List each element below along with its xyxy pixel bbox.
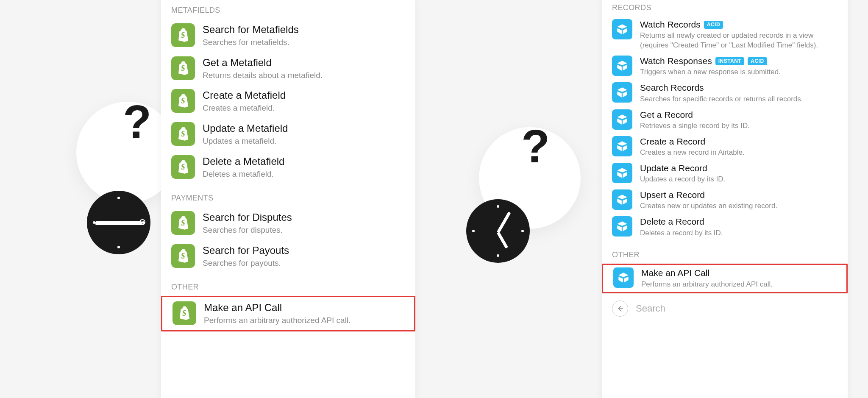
action-desc: Creates a metafield.: [203, 103, 286, 114]
action-watch-records[interactable]: Watch Records ACID Returns all newly cre…: [602, 17, 848, 53]
action-desc: Performs an arbitrary authorized API cal…: [204, 315, 351, 326]
action-desc: Performs an arbitrary authorized API cal…: [641, 280, 773, 289]
action-search-records[interactable]: Search Records Searches for specific rec…: [602, 80, 848, 106]
action-desc: Creates a new record in Airtable.: [640, 148, 745, 158]
action-desc: Deletes a record by its ID.: [640, 228, 723, 238]
shopify-icon: [171, 23, 195, 47]
airtable-icon: [612, 189, 632, 210]
shopify-actions-panel: METAFIELDS Search for Metafields Searche…: [161, 0, 415, 398]
action-desc: Searches for specific records or returns…: [640, 95, 803, 104]
action-title: Make an API Call: [204, 301, 351, 314]
action-desc: Searches for metafields.: [203, 37, 299, 48]
action-title: Update a Metafield: [203, 122, 288, 135]
action-get-metafield[interactable]: Get a Metafield Returns details about a …: [161, 52, 415, 85]
action-create-record[interactable]: Create a Record Creates a new record in …: [602, 134, 848, 160]
action-title: Create a Metafield: [203, 89, 286, 102]
action-update-metafield[interactable]: Update a Metafield Updates a metafield.: [161, 118, 415, 151]
action-desc: Returns details about a metafield.: [203, 70, 323, 81]
action-search-payouts[interactable]: Search for Payouts Searches for payouts.: [161, 240, 415, 273]
action-title: Delete a Record: [640, 216, 723, 227]
back-button[interactable]: [612, 301, 628, 317]
action-title: Delete a Metafield: [203, 155, 284, 168]
action-title: Watch Responses INSTANT ACID: [640, 56, 781, 67]
action-upsert-record[interactable]: Upsert a Record Creates new or updates a…: [602, 187, 848, 214]
section-label-other: OTHER: [602, 240, 848, 264]
airtable-actions-panel: RECORDS Watch Records ACID Returns all n…: [602, 0, 848, 398]
action-desc: Searches for payouts.: [203, 258, 289, 269]
airtable-icon: [612, 109, 632, 130]
shopify-icon: [171, 211, 195, 235]
action-search-metafields[interactable]: Search for Metafields Searches for metaf…: [161, 19, 415, 52]
action-title: Search for Disputes: [203, 211, 292, 224]
shopify-icon: [171, 155, 195, 179]
action-title: Watch Records ACID: [640, 19, 837, 30]
section-label-payments: PAYMENTS: [161, 184, 415, 207]
action-make-api-call[interactable]: Make an API Call Performs an arbitrary a…: [603, 265, 846, 292]
action-title: Upsert a Record: [640, 189, 777, 200]
section-label-other: OTHER: [161, 273, 415, 296]
action-desc: Deletes a metafield.: [203, 169, 284, 180]
shopify-icon: [171, 89, 195, 113]
search-row: [602, 293, 848, 323]
action-update-record[interactable]: Update a Record Updates a record by its …: [602, 160, 848, 187]
action-make-api-call[interactable]: Make an API Call Performs an arbitrary a…: [162, 297, 414, 330]
action-title: Get a Record: [640, 109, 750, 120]
action-title: Search for Metafields: [203, 23, 299, 36]
action-desc: Creates new or updates an existing recor…: [640, 201, 777, 211]
action-delete-metafield[interactable]: Delete a Metafield Deletes a metafield.: [161, 151, 415, 184]
action-title: Search Records: [640, 82, 803, 93]
acid-badge: ACID: [748, 57, 767, 65]
action-title: Make an API Call: [641, 267, 773, 278]
action-title: Search for Payouts: [203, 244, 289, 257]
shopify-icon: [172, 301, 196, 325]
airtable-icon: [612, 136, 632, 156]
action-title: Get a Metafield: [203, 56, 323, 69]
action-desc: Searches for disputes.: [203, 225, 292, 236]
instant-badge: INSTANT: [715, 57, 745, 65]
action-desc: Updates a metafield.: [203, 136, 288, 147]
highlighted-action: Make an API Call Performs an arbitrary a…: [602, 264, 848, 293]
airtable-icon: [612, 82, 632, 103]
airtable-icon: [612, 19, 632, 39]
action-desc: Triggers when a new response is submitte…: [640, 67, 781, 77]
shopify-icon: [171, 56, 195, 80]
action-search-disputes[interactable]: Search for Disputes Searches for dispute…: [161, 207, 415, 240]
airtable-icon: [612, 163, 632, 183]
action-desc: Updates a record by its ID.: [640, 175, 725, 184]
acid-badge: ACID: [704, 21, 723, 29]
section-label-metafields: METAFIELDS: [161, 0, 415, 19]
action-desc: Retrieves a single record by its ID.: [640, 121, 750, 131]
section-label-records: RECORDS: [602, 0, 848, 17]
action-title: Create a Record: [640, 136, 745, 147]
airtable-icon: [613, 267, 634, 288]
shopify-icon: [171, 244, 195, 268]
action-create-metafield[interactable]: Create a Metafield Creates a metafield.: [161, 85, 415, 118]
highlighted-action: Make an API Call Performs an arbitrary a…: [161, 296, 415, 331]
airtable-icon: [612, 216, 632, 237]
airtable-icon: [612, 56, 632, 76]
action-desc: Returns all newly created or updated rec…: [640, 31, 837, 50]
action-watch-responses[interactable]: Watch Responses INSTANT ACID Triggers wh…: [602, 53, 848, 80]
action-title: Update a Record: [640, 163, 725, 174]
search-input[interactable]: [636, 303, 837, 314]
action-get-record[interactable]: Get a Record Retrieves a single record b…: [602, 107, 848, 134]
arrow-left-icon: [616, 305, 624, 312]
shopify-icon: [171, 122, 195, 146]
action-delete-record[interactable]: Delete a Record Deletes a record by its …: [602, 214, 848, 240]
